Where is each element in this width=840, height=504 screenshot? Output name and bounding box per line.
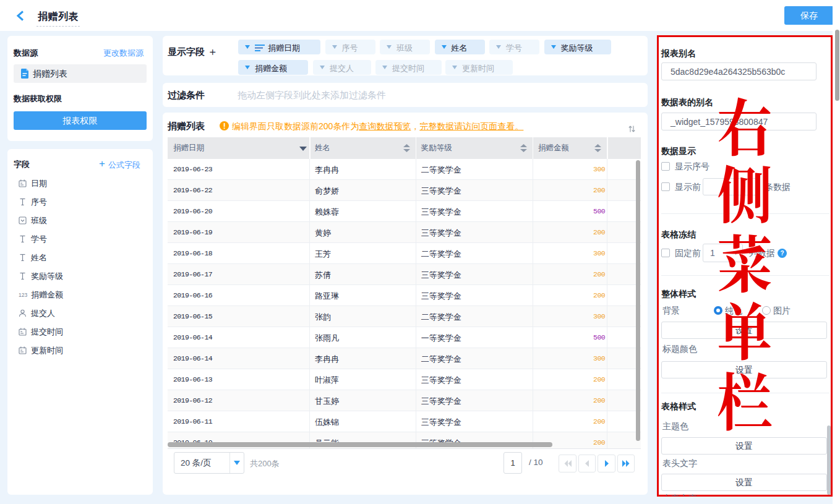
svg-text:123: 123 — [19, 292, 27, 298]
svg-text:?: ? — [780, 250, 784, 257]
